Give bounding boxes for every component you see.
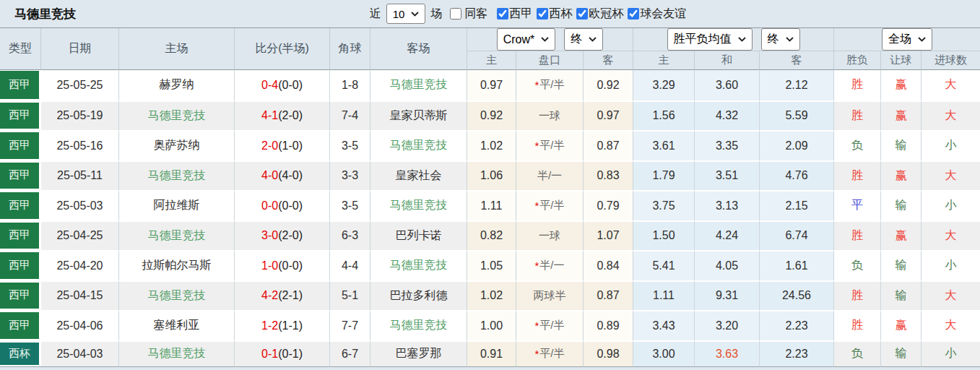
- competition-badge: 西甲: [0, 103, 39, 129]
- avg-draw-odds: 3.60: [695, 70, 760, 100]
- avg-draw-odds: 9.31: [695, 280, 760, 311]
- result-scope-select[interactable]: 全场: [882, 28, 932, 51]
- result-cell: 胜: [834, 220, 881, 251]
- handicap-result-cell: 输: [881, 190, 922, 220]
- type-cell: 西甲: [0, 220, 41, 251]
- result-scope-value: 全场: [888, 32, 911, 47]
- away-team: 马德里竞技: [370, 130, 467, 160]
- score-cell: 0-0(0-0): [235, 190, 330, 220]
- handicap-result-cell: 赢: [881, 100, 922, 131]
- chevron-down-icon: [738, 37, 746, 42]
- matches-table: 类型 日期 主场 比分(半场) 角球 客场 Crow* 终 胜平负均值 终 全场…: [0, 28, 980, 367]
- date-cell: 25-05-03: [41, 190, 119, 220]
- bookmaker-select[interactable]: Crow*: [497, 28, 556, 51]
- chevron-down-icon: [786, 37, 794, 42]
- avg-draw-odds: 4.05: [695, 250, 760, 280]
- handicap-group-header: Crow* 终: [467, 28, 633, 51]
- league-filter[interactable]: 球会友谊: [628, 7, 686, 22]
- handicap-away-odds: 0.87: [584, 130, 633, 160]
- corners-cell: 1-8: [330, 70, 370, 100]
- avg-type-select[interactable]: 胜平负均值: [667, 28, 753, 51]
- score-cell: 2-0(1-0): [235, 130, 330, 160]
- away-team: 马德里竞技: [370, 190, 467, 220]
- type-cell: 西甲: [0, 100, 41, 131]
- handicap-away-odds: 0.84: [584, 250, 633, 280]
- avg-type-value: 胜平负均值: [674, 32, 732, 47]
- subcol-handicap-result: 让球: [881, 51, 922, 70]
- type-cell: 西甲: [0, 310, 41, 340]
- home-team: 马德里竞技: [119, 220, 235, 251]
- col-header-score: 比分(半场): [235, 28, 330, 70]
- avg-home-odds: 3.43: [633, 310, 695, 340]
- handicap-result-cell: 输: [881, 340, 922, 368]
- result-cell: 负: [834, 250, 881, 280]
- goals-result-cell: 大: [922, 70, 980, 100]
- handicap-home-odds: 1.11: [467, 190, 516, 220]
- corners-cell: 6-3: [330, 220, 370, 251]
- handicap-line: *平/半: [516, 340, 584, 368]
- competition-badge: 西甲: [0, 71, 39, 99]
- handicap-home-odds: 0.91: [467, 340, 516, 368]
- avg-home-odds: 3.61: [633, 130, 695, 160]
- league-filter-checkbox[interactable]: [497, 8, 508, 20]
- avg-away-odds: 1.61: [760, 250, 834, 280]
- away-team: 巴列卡诺: [370, 220, 467, 251]
- avg-time-select[interactable]: 终: [761, 28, 800, 51]
- goals-result-cell: 大: [922, 280, 980, 311]
- corners-cell: 3-5: [330, 130, 370, 160]
- league-filters: 西甲 西杯 欧冠杯 球会友谊: [493, 7, 686, 22]
- avg-away-odds: 6.74: [760, 220, 834, 251]
- topbar: 马德里竞技 近 10 场 同客 西甲 西杯 欧冠杯 球会友谊: [0, 0, 980, 28]
- subcol-handicap-away: 客: [584, 51, 633, 70]
- league-filter-checkbox[interactable]: [576, 8, 588, 20]
- avg-home-odds: 3.29: [633, 70, 695, 100]
- avg-away-odds: 24.56: [760, 280, 834, 311]
- league-filter[interactable]: 西杯: [537, 7, 572, 22]
- handicap-result-cell: 输: [881, 130, 922, 160]
- competition-badge: 西甲: [0, 163, 39, 189]
- subcol-avg-away: 客: [760, 51, 834, 70]
- avg-draw-odds: 3.63: [695, 340, 760, 368]
- league-filter-checkbox[interactable]: [628, 8, 639, 20]
- result-cell: 负: [834, 340, 881, 368]
- score-cell: 4-1(2-0): [235, 100, 330, 131]
- goals-result-cell: 大: [922, 310, 980, 340]
- handicap-away-odds: 0.83: [584, 160, 633, 191]
- date-cell: 25-05-16: [41, 130, 119, 160]
- avg-draw-odds: 3.20: [695, 310, 760, 340]
- subcol-result: 胜负: [834, 51, 881, 70]
- date-cell: 25-04-06: [41, 310, 119, 340]
- league-filter-checkbox[interactable]: [537, 8, 548, 20]
- result-cell: 胜: [834, 310, 881, 340]
- same-venue-checkbox[interactable]: [450, 8, 461, 20]
- handicap-line: *半/一: [516, 250, 584, 280]
- filter-controls: 近 10 场 同客 西甲 西杯 欧冠杯 球会友谊: [76, 4, 980, 24]
- handicap-home-odds: 0.82: [467, 220, 516, 251]
- goals-result-cell: 小: [922, 340, 980, 368]
- chevron-down-icon: [541, 37, 549, 42]
- avg-time-value: 终: [768, 32, 779, 47]
- league-filter[interactable]: 欧冠杯: [576, 7, 623, 22]
- league-filter-label: 球会友谊: [640, 7, 686, 22]
- same-venue-filter[interactable]: 同客: [450, 7, 487, 22]
- type-cell: 西甲: [0, 280, 41, 311]
- subcol-handicap-home: 主: [467, 51, 516, 70]
- handicap-home-odds: 1.06: [467, 160, 516, 191]
- home-team: 马德里竞技: [119, 340, 235, 368]
- corners-cell: 6-7: [330, 340, 370, 368]
- competition-badge: 西甲: [0, 312, 39, 339]
- handicap-time-select[interactable]: 终: [564, 28, 603, 51]
- handicap-line: 一球: [516, 220, 584, 251]
- handicap-result-cell: 赢: [881, 70, 922, 100]
- chevron-down-icon: [918, 37, 926, 42]
- home-team: 赫罗纳: [119, 70, 235, 100]
- match-stats-panel: 马德里竞技 近 10 场 同客 西甲 西杯 欧冠杯 球会友谊 类型 日期 主场 …: [0, 0, 980, 370]
- avg-home-odds: 1.11: [633, 280, 695, 311]
- handicap-home-odds: 1.00: [467, 310, 516, 340]
- avg-away-odds: 4.76: [760, 160, 834, 191]
- recent-count-select[interactable]: 10: [386, 4, 426, 24]
- league-filter[interactable]: 西甲: [497, 7, 532, 22]
- date-cell: 25-04-20: [41, 250, 119, 280]
- same-venue-label: 同客: [464, 7, 487, 22]
- away-team: 马德里竞技: [370, 70, 467, 100]
